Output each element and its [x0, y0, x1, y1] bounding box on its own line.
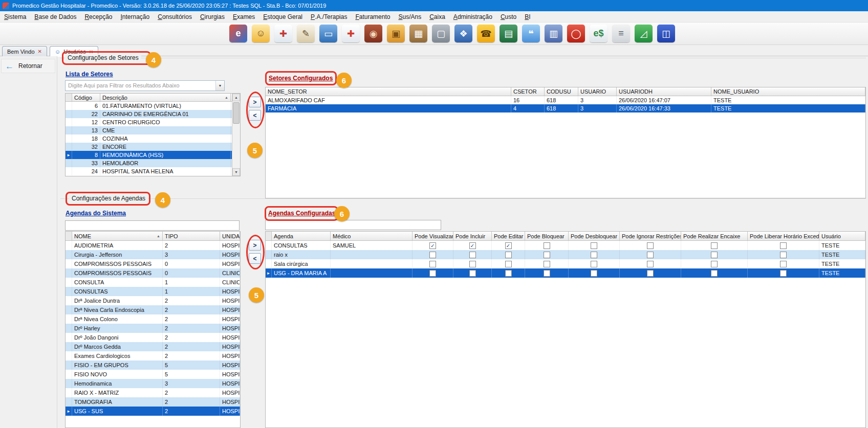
- table-row[interactable]: 601.FATURAMENTO (VIRTUAL): [66, 102, 240, 110]
- checkbox[interactable]: [711, 261, 718, 267]
- table-row[interactable]: Drº Harley2HOSPITAL: [66, 324, 240, 333]
- table-row[interactable]: 12CENTRO CIRURGICO: [66, 118, 240, 126]
- table-row[interactable]: ALMOXARIFADO CAF16618326/06/2020 16:47:0…: [266, 96, 865, 104]
- column-header[interactable]: NOME_SETOR: [266, 87, 511, 96]
- power-icon[interactable]: ◯: [567, 25, 585, 42]
- table-row[interactable]: Drª Joalice Duntra2HOSPITAL: [66, 296, 240, 305]
- table-row[interactable]: AUDIOMETRIA2HOSPITAL: [66, 241, 240, 250]
- column-header[interactable]: Pode Visualizar: [413, 232, 453, 240]
- agendas-filter-input[interactable]: [65, 220, 240, 231]
- bi-icon[interactable]: ◫: [657, 25, 675, 42]
- column-header[interactable]: UNIDADE: [220, 232, 240, 240]
- ledger-icon[interactable]: ▤: [500, 25, 517, 42]
- table-row[interactable]: 18COZINHA: [66, 134, 240, 143]
- table-row[interactable]: Drª Nivea Carla Endoscopia2HOSPITAL: [66, 305, 240, 314]
- checkbox[interactable]: [711, 242, 718, 249]
- menu-item-base-de-dados[interactable]: Base de Dados: [30, 11, 80, 22]
- table-row[interactable]: CONSULTA1CLINICA S: [66, 278, 240, 287]
- table-row[interactable]: Sala cirúrgicaTESTE: [266, 259, 865, 268]
- ambulance-icon[interactable]: ✚: [342, 25, 360, 42]
- documents-icon[interactable]: ≡: [612, 25, 630, 42]
- column-header[interactable]: CODUSU: [545, 87, 578, 96]
- table-row[interactable]: ▸8HEMODINÂMICA (HSS): [66, 151, 240, 159]
- table-row[interactable]: FARMÁCIA4618326/06/2020 16:47:33TESTE: [266, 104, 865, 112]
- checkbox[interactable]: ✓: [429, 242, 436, 249]
- table-row[interactable]: RAIO X - MATRIZ2HOSPITAL: [66, 388, 240, 397]
- sync-icon[interactable]: e: [229, 25, 247, 42]
- column-header[interactable]: TIPO: [163, 232, 220, 240]
- checkbox[interactable]: [647, 252, 654, 258]
- package-icon[interactable]: ▣: [387, 25, 405, 42]
- column-header[interactable]: Código: [72, 94, 100, 101]
- checkbox[interactable]: [780, 270, 787, 277]
- table-row[interactable]: Exames Cardiologicos2HOSPITAL: [66, 351, 240, 361]
- menu-item-sistema[interactable]: Sistema: [0, 11, 30, 22]
- scroll-thumb[interactable]: [233, 102, 240, 124]
- table-row[interactable]: ▸USG - DRA MARIA ATESTE: [266, 268, 865, 278]
- sectors-list-scrollbar[interactable]: ▲ ▼: [232, 94, 240, 176]
- sectors-filter-combo[interactable]: Digite Aqui para Filtrar os Resultados A…: [65, 80, 225, 91]
- doctor-icon[interactable]: ✚: [274, 25, 292, 42]
- chart-icon[interactable]: ◿: [635, 25, 653, 42]
- menu-item-recep-o[interactable]: Recepção: [80, 11, 116, 22]
- checkbox[interactable]: [505, 261, 512, 267]
- table-row[interactable]: 32ENCORE: [66, 143, 240, 151]
- checkbox[interactable]: [469, 261, 476, 267]
- scroll-up-icon[interactable]: ▲: [232, 94, 240, 101]
- table-row[interactable]: Drº Marcos Gedda2HOSPITAL: [66, 342, 240, 351]
- table-row[interactable]: CONSULTASSAMUEL✓✓✓TESTE: [266, 241, 865, 250]
- checkbox[interactable]: ✓: [505, 242, 512, 249]
- stock-globe-icon[interactable]: ◉: [364, 25, 382, 42]
- return-button[interactable]: ← Retornar: [1, 59, 55, 73]
- column-header[interactable]: Pode Editar: [492, 232, 525, 240]
- inventory-icon[interactable]: ▦: [409, 25, 427, 42]
- checkbox[interactable]: [647, 270, 654, 277]
- column-header[interactable]: Pode Realizar Encaixe: [681, 232, 748, 240]
- menu-item-exames[interactable]: Exames: [229, 11, 259, 22]
- checkbox[interactable]: [780, 261, 787, 267]
- bed-icon[interactable]: ▭: [319, 25, 337, 42]
- sectors-move-right-button[interactable]: >: [249, 97, 261, 107]
- table-row[interactable]: CONSULTAS1HOSPITAL: [66, 287, 240, 296]
- column-header[interactable]: USUARIODH: [617, 87, 711, 96]
- table-row[interactable]: 33HEMOLABOR: [66, 159, 240, 167]
- column-header[interactable]: Médico: [331, 232, 413, 240]
- menu-item-administra-o[interactable]: Administração: [449, 11, 496, 22]
- checkbox[interactable]: [429, 270, 436, 277]
- medical-record-icon[interactable]: ✎: [297, 25, 315, 42]
- phone-icon[interactable]: ☎: [477, 25, 495, 42]
- checkbox[interactable]: [544, 242, 550, 249]
- checkbox[interactable]: [469, 270, 476, 277]
- chat-icon[interactable]: ❝: [522, 25, 540, 42]
- column-header[interactable]: Pode Incluir: [453, 232, 492, 240]
- table-row[interactable]: Cirurgia - Jefferson3HOSPITAL: [66, 250, 240, 259]
- agendas-move-right-button[interactable]: >: [249, 240, 261, 251]
- menu-item-consult-rios[interactable]: Consultórios: [154, 11, 196, 22]
- column-header[interactable]: Usuário: [819, 232, 865, 240]
- menu-item-interna-o[interactable]: Internação: [116, 11, 154, 22]
- tab-bem-vindo[interactable]: Bem Vindo ✕: [2, 46, 47, 56]
- column-header[interactable]: Descrição▲: [100, 94, 231, 101]
- checkbox[interactable]: [647, 261, 654, 267]
- column-header[interactable]: Pode Ignorar Restrições: [620, 232, 681, 240]
- checkbox[interactable]: [429, 261, 436, 267]
- table-row[interactable]: COMPROMISSOS PESSOAIS0CLINICA S: [66, 268, 240, 278]
- checkbox[interactable]: ✓: [469, 242, 476, 249]
- checkbox[interactable]: [711, 270, 718, 277]
- column-header[interactable]: Pode Liberar Horário Excedente: [748, 232, 819, 240]
- column-header[interactable]: CSETOR: [511, 87, 545, 96]
- table-row[interactable]: 22CARRINHO DE EMERGÊNCIA 01: [66, 110, 240, 118]
- column-header[interactable]: Agenda: [272, 232, 331, 240]
- chevron-down-icon[interactable]: ▼: [215, 81, 224, 91]
- menu-item-estoque-geral[interactable]: Estoque Geral: [259, 11, 307, 22]
- table-row[interactable]: Drº João Dangoni2HOSPITAL: [66, 333, 240, 342]
- table-row[interactable]: 13CME: [66, 126, 240, 134]
- agendas-move-left-button[interactable]: <: [249, 253, 261, 264]
- checkbox[interactable]: [591, 252, 597, 258]
- checkbox[interactable]: [544, 261, 550, 267]
- column-header[interactable]: Pode Bloquear: [525, 232, 569, 240]
- checkbox[interactable]: [544, 270, 550, 277]
- menu-item-caixa[interactable]: Caixa: [425, 11, 449, 22]
- table-row[interactable]: TOMOGRAFIA2HOSPITAL: [66, 397, 240, 407]
- menu-item-p-a-terapias[interactable]: P.A./Terapias: [307, 11, 351, 22]
